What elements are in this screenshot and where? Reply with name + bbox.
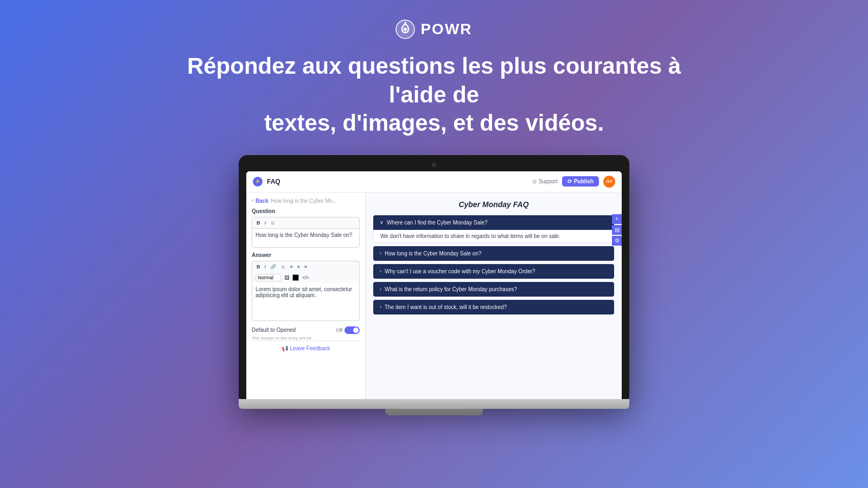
answer-link-button[interactable]: 🔗 <box>269 264 277 270</box>
faq-item-4[interactable]: › What is the return policy for Cyber Mo… <box>373 282 614 297</box>
faq-item-1[interactable]: ∨ Where can I find the Cyber Monday Sale… <box>373 215 614 230</box>
side-ctrl-3[interactable]: ⚙ <box>612 236 622 246</box>
powr-logo-icon <box>395 20 415 39</box>
hero-line2: textes, d'images, et des vidéos. <box>264 110 604 136</box>
laptop-screen: ⚡ FAQ ⊙ Support ⟳ Publish GV <box>246 171 622 399</box>
back-label: Back <box>256 198 269 204</box>
side-controls: + ▤ ⚙ <box>612 214 622 246</box>
faq-text-4: What is the return policy for Cyber Mond… <box>385 286 608 292</box>
left-panel: ‹ Back How long is the Cyber Mond... Que… <box>246 192 366 399</box>
bold-button[interactable]: B <box>256 220 261 226</box>
default-opened-row: Default to Opened Off <box>252 326 360 334</box>
faq-text-5: The item I want is out of stock, will it… <box>385 304 608 310</box>
question-label: Question <box>252 208 360 214</box>
default-opened-toggle[interactable] <box>344 326 360 334</box>
italic-button[interactable]: I <box>264 220 267 226</box>
faq-item-5[interactable]: › The item I want is out of stock, will … <box>373 300 614 314</box>
answer-input[interactable]: Lorem ipsum dolor sit amet, consectetur … <box>252 283 360 321</box>
toggle-hint-text: The answer to this entry will be... <box>252 336 360 341</box>
faq-chevron-3: › <box>380 268 381 274</box>
answer-toolbar-row1: B I 🔗 ☺ ≡ ≡ ≡ <box>252 261 360 272</box>
laptop-body: ⚡ FAQ ⊙ Support ⟳ Publish GV <box>239 155 629 399</box>
answer-toolbar-row2: Normal 🖼 </> <box>252 272 360 283</box>
faq-preview-panel: Cyber Monday FAQ ∨ Where can I find the … <box>366 192 622 399</box>
answer-emoji-button[interactable]: ☺ <box>279 264 286 270</box>
feedback-icon: 📢 <box>282 345 288 351</box>
answer-align-right-button[interactable]: ≡ <box>303 264 308 270</box>
answer-body-text: Lorem ipsum dolor sit amet, consectetur … <box>256 286 352 298</box>
faq-answer-text-1: We don't have information to share in re… <box>380 233 560 239</box>
default-opened-label: Default to Opened <box>252 327 296 333</box>
feedback-label: Leave Feedback <box>290 345 330 351</box>
avatar-initials: GV <box>606 179 612 184</box>
question-toolbar: B I ☺ <box>252 217 360 228</box>
back-path: How long is the Cyber Mond... <box>271 198 341 204</box>
hero-text: Répondez aux questions les plus courante… <box>163 52 705 138</box>
faq-answer-1: We don't have information to share in re… <box>373 230 614 243</box>
leave-feedback-button[interactable]: 📢 Leave Feedback <box>252 341 360 356</box>
support-circle-icon: ⊙ <box>532 178 537 184</box>
faq-chevron-4: › <box>380 286 381 292</box>
side-ctrl-1[interactable]: + <box>612 214 622 224</box>
publish-label: Publish <box>574 178 593 184</box>
brand-name-text: POWR <box>420 21 472 38</box>
support-link[interactable]: ⊙ Support <box>532 178 558 184</box>
question-input[interactable]: How long is the Cyber Monday Sale on? <box>252 228 360 248</box>
faq-item-3[interactable]: › Why can't I use a voucher code with my… <box>373 264 614 279</box>
faq-chevron-5: › <box>380 304 381 310</box>
laptop-stand <box>385 409 483 415</box>
app-title-label: FAQ <box>267 178 528 185</box>
emoji-button[interactable]: ☺ <box>269 220 276 226</box>
font-size-select[interactable]: Normal <box>256 274 281 281</box>
answer-label: Answer <box>252 252 360 258</box>
publish-button[interactable]: ⟳ Publish <box>562 176 599 187</box>
answer-align-center-button[interactable]: ≡ <box>296 264 301 270</box>
code-button[interactable]: </> <box>301 274 310 281</box>
back-chevron-icon: ‹ <box>252 198 253 203</box>
answer-bold-button[interactable]: B <box>256 264 261 270</box>
answer-italic-button[interactable]: I <box>264 264 267 270</box>
user-avatar[interactable]: GV <box>603 176 615 188</box>
answer-align-left-button[interactable]: ≡ <box>289 264 293 270</box>
laptop-mockup: ⚡ FAQ ⊙ Support ⟳ Publish GV <box>239 155 629 415</box>
toggle-off-label: Off <box>336 328 342 333</box>
faq-chevron-2: › <box>380 251 381 256</box>
laptop-base <box>239 399 629 409</box>
faq-text-2: How long is the Cyber Monday Sale on? <box>385 251 608 256</box>
support-label: Support <box>539 178 558 184</box>
app-topbar: ⚡ FAQ ⊙ Support ⟳ Publish GV <box>246 171 622 192</box>
app-ui: ⚡ FAQ ⊙ Support ⟳ Publish GV <box>246 171 622 399</box>
faq-text-3: Why can't I use a voucher code with my C… <box>385 268 608 274</box>
brand-header: POWR <box>395 20 472 39</box>
question-value: How long is the Cyber Monday Sale on? <box>256 232 352 238</box>
svg-point-1 <box>404 28 407 31</box>
hero-line1: Répondez aux questions les plus courante… <box>187 53 681 107</box>
faq-chevron-1: ∨ <box>380 220 384 225</box>
faq-text-1: Where can I find the Cyber Monday Sale? <box>387 220 608 226</box>
color-picker[interactable] <box>292 274 299 281</box>
laptop-camera <box>432 163 436 167</box>
image-button[interactable]: 🖼 <box>283 274 290 281</box>
side-ctrl-2[interactable]: ▤ <box>612 225 622 235</box>
back-link[interactable]: ‹ Back How long is the Cyber Mond... <box>252 198 360 204</box>
app-logo-icon: ⚡ <box>253 177 263 187</box>
faq-title: Cyber Monday FAQ <box>373 200 614 209</box>
faq-item-2[interactable]: › How long is the Cyber Monday Sale on? <box>373 246 614 261</box>
publish-icon: ⟳ <box>567 178 572 184</box>
app-content: ‹ Back How long is the Cyber Mond... Que… <box>246 192 622 399</box>
